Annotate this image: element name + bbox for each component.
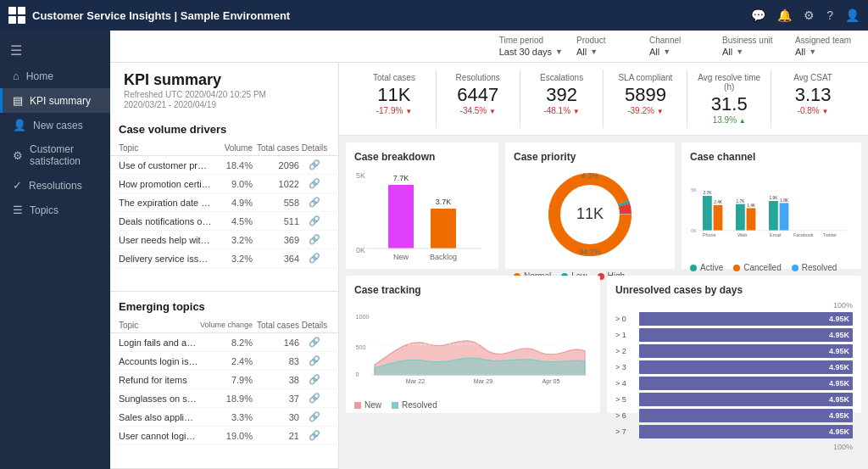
details-link[interactable]: 🔗 bbox=[299, 234, 330, 245]
stat-resolutions: Resolutions 6447 -34.5% bbox=[437, 70, 520, 128]
stat-resolve-time: Avg resolve time (h) 31.5 13.9% bbox=[687, 70, 771, 128]
stat-label-5: Avg CSAT bbox=[778, 73, 848, 82]
list-item: > 4 4.95K bbox=[615, 377, 853, 390]
et-details-link[interactable]: 🔗 bbox=[299, 411, 330, 422]
et-details-link[interactable]: 🔗 bbox=[299, 393, 330, 404]
filter-channel-select[interactable]: All ▼ bbox=[649, 47, 709, 57]
et-details-link[interactable]: 🔗 bbox=[299, 355, 330, 366]
unresolved-bar: 4.95K bbox=[639, 409, 853, 422]
case-volume-title: Case volume drivers bbox=[110, 123, 338, 141]
channel-legend: Active Cancelled Resolved bbox=[690, 263, 853, 272]
stat-csat: Avg CSAT 3.13 -0.8% bbox=[771, 70, 854, 128]
help-icon[interactable]: ? bbox=[826, 8, 833, 22]
svg-text:Mar 22: Mar 22 bbox=[406, 377, 425, 385]
table-row: User cannot login on m... 19.0% 21 🔗 bbox=[110, 427, 338, 445]
svg-rect-16 bbox=[736, 204, 745, 231]
details-link[interactable]: 🔗 bbox=[299, 159, 330, 170]
sidebar-toggle[interactable]: ☰ bbox=[0, 37, 110, 64]
et-volume-cell: 8.2% bbox=[198, 338, 253, 348]
topic-cell: The expiration date of a promoti... bbox=[119, 198, 212, 208]
unresolved-bar: 4.95K bbox=[639, 328, 853, 342]
col-details: Details bbox=[299, 143, 330, 153]
sidebar-item-satisfaction[interactable]: ⚙ Customer satisfaction bbox=[0, 137, 110, 173]
sidebar-label-cases: New cases bbox=[33, 120, 83, 131]
sidebar-item-cases[interactable]: 👤 New cases bbox=[0, 113, 110, 137]
filter-bu-label: Business unit bbox=[722, 36, 782, 45]
table-row: How promotion certificate works... 9.0% … bbox=[110, 175, 338, 193]
details-link[interactable]: 🔗 bbox=[299, 197, 330, 208]
list-item: > 0 4.95K bbox=[615, 312, 853, 326]
cancelled-label: Cancelled bbox=[743, 263, 781, 272]
chevron-down-icon: ▼ bbox=[590, 47, 598, 56]
et-volume-cell: 2.4% bbox=[198, 356, 253, 366]
unresolved-bar: 4.95K bbox=[639, 312, 853, 326]
case-tracking-card: Case tracking 1000 500 0 bbox=[346, 276, 600, 413]
unresolved-bar-value: 4.95K bbox=[829, 347, 849, 355]
svg-text:11K: 11K bbox=[576, 205, 604, 222]
et-details-link[interactable]: 🔗 bbox=[299, 430, 330, 441]
cases-cell: 369 bbox=[253, 235, 299, 245]
sidebar-item-topics[interactable]: ☰ Topics bbox=[0, 198, 110, 222]
stat-change-1: -34.5% bbox=[443, 106, 513, 115]
et-cases-cell: 83 bbox=[253, 356, 299, 366]
et-details-link[interactable]: 🔗 bbox=[299, 337, 330, 348]
details-link[interactable]: 🔗 bbox=[299, 178, 330, 189]
sidebar-label-home: Home bbox=[26, 70, 53, 82]
unresolved-bar-value: 4.95K bbox=[829, 411, 849, 420]
chat-icon[interactable]: 💬 bbox=[751, 8, 765, 22]
case-tracking-chart: 1000 500 0 Mar 22 Mar 29 Apr 05 bbox=[354, 301, 592, 397]
filter-bu-select[interactable]: All ▼ bbox=[722, 47, 782, 57]
unresolved-day-label: > 3 bbox=[615, 363, 636, 371]
sidebar-item-home[interactable]: ⌂ Home bbox=[0, 64, 110, 88]
home-icon: ⌂ bbox=[13, 70, 19, 82]
filter-time-select[interactable]: Last 30 days ▼ bbox=[499, 47, 563, 57]
case-breakdown-chart: 5K 0K 7.7K 3.7K New Backlog bbox=[354, 168, 490, 268]
svg-text:Mar 29: Mar 29 bbox=[474, 377, 492, 385]
bell-icon[interactable]: 🔔 bbox=[777, 8, 792, 22]
sidebar-item-kpi[interactable]: ▤ KPI summary bbox=[0, 88, 110, 113]
sidebar-item-resolutions[interactable]: ✓ Resolutions bbox=[0, 173, 110, 198]
filter-product-label: Product bbox=[576, 36, 636, 45]
cases-icon: 👤 bbox=[13, 119, 26, 131]
filter-team-select[interactable]: All ▼ bbox=[795, 47, 854, 57]
emerging-topics-section: Emerging topics Topic Volume change Tota… bbox=[110, 292, 338, 469]
svg-text:0K: 0K bbox=[691, 228, 697, 233]
user-icon[interactable]: 👤 bbox=[845, 8, 860, 22]
svg-text:New: New bbox=[393, 253, 409, 261]
unresolved-bar: 4.95K bbox=[639, 393, 853, 406]
emerging-topics-title: Emerging topics bbox=[110, 300, 338, 318]
table-row: Deals notifications on mobile 4.5% 511 🔗 bbox=[110, 212, 338, 231]
sidebar-label-topics: Topics bbox=[30, 204, 58, 216]
cases-cell: 511 bbox=[253, 216, 299, 226]
list-item: > 1 4.95K bbox=[615, 328, 853, 342]
volume-cell: 3.2% bbox=[212, 254, 253, 264]
svg-text:7.7K: 7.7K bbox=[393, 174, 409, 182]
unresolved-bar: 4.95K bbox=[639, 377, 853, 390]
topbar-actions: 💬 🔔 ⚙ ? 👤 bbox=[751, 8, 860, 22]
stat-change-2: -48.1% bbox=[527, 106, 597, 115]
chevron-down-icon: ▼ bbox=[736, 47, 743, 56]
stat-change-4: 13.9% bbox=[694, 115, 764, 125]
resolved-label: Resolved bbox=[802, 263, 837, 272]
details-link[interactable]: 🔗 bbox=[299, 215, 330, 226]
stat-value-3: 5899 bbox=[610, 84, 680, 106]
gear-icon[interactable]: ⚙ bbox=[804, 8, 815, 22]
case-channel-card: Case channel 5K 0K 2.7K 2.4K bbox=[682, 142, 861, 269]
svg-rect-12 bbox=[703, 196, 712, 231]
sidebar-label-resolutions: Resolutions bbox=[29, 180, 82, 192]
svg-text:Backlog: Backlog bbox=[430, 253, 457, 261]
unresolved-bar-value: 4.95K bbox=[829, 379, 849, 388]
topic-cell: Delivery service issues bbox=[119, 254, 212, 264]
details-link[interactable]: 🔗 bbox=[299, 253, 330, 264]
topic-cell: How promotion certificate works... bbox=[119, 179, 212, 189]
table-row: Refund for items 7.9% 38 🔗 bbox=[110, 371, 338, 389]
et-details-link[interactable]: 🔗 bbox=[299, 374, 330, 385]
svg-text:Apr 05: Apr 05 bbox=[542, 377, 559, 385]
volume-cell: 4.9% bbox=[212, 198, 253, 208]
case-tracking-svg: 1000 500 0 Mar 22 Mar 29 Apr 05 bbox=[354, 301, 592, 394]
table-row: Accounts login issues 2.4% 83 🔗 bbox=[110, 352, 338, 371]
unresolved-bars: > 0 4.95K > 1 4.95K > 2 4.95K > 3 4.95K … bbox=[615, 312, 853, 441]
table-row: Use of customer promo code 18.4% 2096 🔗 bbox=[110, 156, 338, 175]
svg-text:1.7K: 1.7K bbox=[737, 199, 746, 204]
filter-product-select[interactable]: All ▼ bbox=[576, 47, 636, 57]
